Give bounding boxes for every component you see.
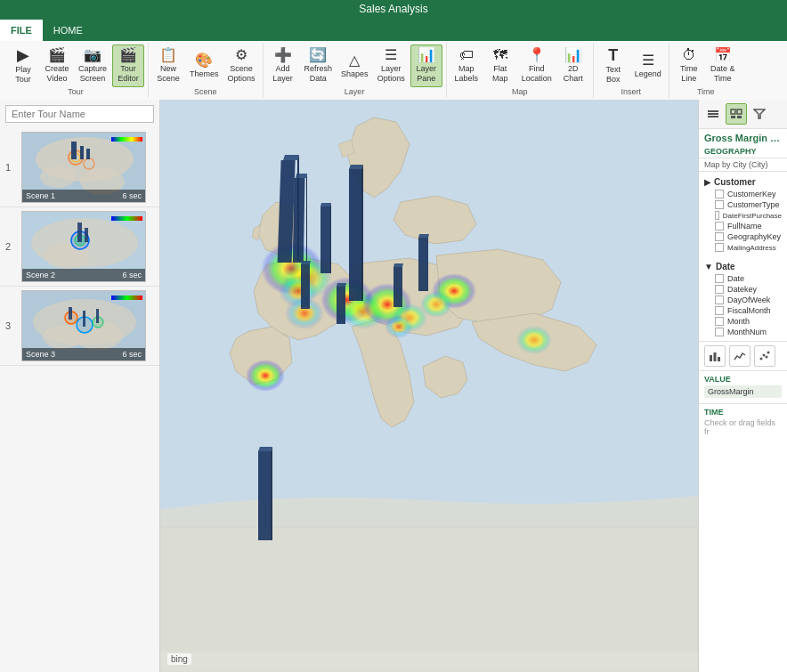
- checkbox-mailingaddress[interactable]: [715, 243, 724, 252]
- scene-thumbnail-1: Scene 1 6 sec: [21, 132, 146, 203]
- svg-rect-47: [293, 178, 305, 263]
- add-layer-button[interactable]: ➕ Add Layer: [267, 45, 299, 87]
- checkbox-geographykey[interactable]: [715, 232, 724, 241]
- svg-rect-29: [111, 296, 142, 300]
- checkbox-date[interactable]: [715, 274, 724, 283]
- value-label: VALUE: [704, 375, 782, 384]
- customer-section-header[interactable]: ▶ Customer: [704, 175, 782, 189]
- time-line-button[interactable]: ⏱ Time Line: [673, 45, 705, 87]
- create-video-button[interactable]: 🎬 Create Video: [41, 45, 73, 87]
- svg-point-39: [385, 315, 413, 338]
- field-mailingaddress[interactable]: MailingAddress: [704, 242, 782, 253]
- capture-screen-button[interactable]: 📷 Capture Screen: [75, 45, 110, 87]
- ribbon-group-time: ⏱ Time Line 📅 Date & Time Time: [669, 43, 742, 98]
- svg-marker-49: [306, 174, 307, 263]
- shapes-button[interactable]: △ Shapes: [337, 45, 372, 87]
- themes-button[interactable]: 🎨 Themes: [186, 45, 223, 87]
- scene-number-3: 3: [5, 320, 18, 331]
- checkbox-datekey[interactable]: [715, 285, 724, 294]
- checkbox-customerkey[interactable]: [715, 190, 724, 198]
- scene-item-2[interactable]: 2: [0, 207, 159, 287]
- field-month[interactable]: Month: [704, 316, 782, 327]
- field-datekey[interactable]: Datekey: [704, 284, 782, 295]
- date-time-button[interactable]: 📅 Date & Time: [707, 45, 739, 87]
- left-panel: 1: [0, 100, 160, 672]
- bar-chart-icon-btn[interactable]: [704, 345, 726, 367]
- field-geographykey[interactable]: GeographyKey: [704, 231, 782, 242]
- shapes-icon: △: [349, 53, 360, 68]
- label-customertype: CustomerType: [727, 200, 780, 209]
- scene-label-2: Scene 2 6 sec: [22, 269, 145, 281]
- legend-icon: ☰: [642, 53, 654, 68]
- refresh-data-button[interactable]: 🔄 Refresh Data: [301, 45, 337, 87]
- tour-editor-button[interactable]: 🎬 Tour Editor: [112, 45, 144, 87]
- svg-rect-10: [111, 137, 142, 142]
- tab-file[interactable]: FILE: [0, 20, 43, 41]
- line-chart-icon-btn[interactable]: [729, 345, 750, 367]
- legend-button[interactable]: ☰ Legend: [631, 45, 665, 87]
- layers-icon-btn[interactable]: [702, 103, 724, 125]
- text-box-button[interactable]: T Text Box: [597, 45, 629, 87]
- svg-marker-63: [394, 263, 403, 267]
- label-fiscalmonth: FiscalMonth: [727, 306, 771, 315]
- field-customerkey[interactable]: CustomerKey: [704, 189, 782, 199]
- date-section-header[interactable]: ▼ Date: [704, 260, 782, 273]
- map-group-items: 🏷 Map Labels 🗺 Flat Map 📍 Find Location …: [450, 45, 589, 87]
- checkbox-fullname[interactable]: [715, 222, 724, 231]
- ribbon-tabs: FILE HOME: [0, 20, 787, 41]
- checkbox-monthnum[interactable]: [715, 328, 724, 336]
- value-item-grossmargin[interactable]: GrossMargin: [704, 385, 782, 398]
- ribbon: FILE HOME ▶ Play Tour 🎬 Create Video 📷 C…: [0, 20, 787, 100]
- label-datekey: Datekey: [727, 285, 757, 294]
- field-date[interactable]: Date: [704, 273, 782, 284]
- svg-point-79: [763, 354, 766, 357]
- find-location-button[interactable]: 📍 Find Location: [518, 45, 556, 87]
- geography-value: Map by City (City): [699, 158, 787, 172]
- play-tour-button[interactable]: ▶ Play Tour: [7, 45, 39, 87]
- checkbox-dayofweek[interactable]: [715, 296, 724, 304]
- svg-rect-9: [86, 149, 90, 159]
- scene-item-1[interactable]: 1: [0, 128, 159, 207]
- filter-icon: [753, 108, 766, 120]
- tab-home[interactable]: HOME: [43, 20, 93, 41]
- filter-icon-btn[interactable]: [749, 103, 770, 125]
- scene-item-3[interactable]: 3: [0, 287, 159, 366]
- flat-map-button[interactable]: 🗺 Flat Map: [484, 45, 516, 87]
- map-canvas: [160, 100, 698, 672]
- field-customertype[interactable]: CustomerType: [704, 199, 782, 210]
- field-dayofweek[interactable]: DayOfWeek: [704, 295, 782, 305]
- field-datefirstpurchase[interactable]: DateFirstPurchase: [704, 210, 782, 221]
- bing-logo: bing: [167, 653, 191, 665]
- svg-rect-64: [258, 451, 271, 540]
- text-box-icon: T: [608, 47, 618, 63]
- checkbox-month[interactable]: [715, 317, 724, 326]
- field-fiscalmonth[interactable]: FiscalMonth: [704, 305, 782, 316]
- new-scene-button[interactable]: 📋 New Scene: [152, 45, 184, 87]
- field-monthnum[interactable]: MonthNum: [704, 327, 782, 337]
- right-panel: Gross Margin by C GEOGRAPHY Map by City …: [698, 100, 787, 672]
- checkbox-customertype[interactable]: [715, 200, 724, 209]
- checkbox-fiscalmonth[interactable]: [715, 306, 724, 315]
- layer-options-button[interactable]: ☰ Layer Options: [374, 45, 409, 87]
- customer-section: ▶ Customer CustomerKey CustomerType Date…: [699, 172, 787, 256]
- tour-name-input[interactable]: [5, 105, 154, 123]
- map-labels-button[interactable]: 🏷 Map Labels: [450, 45, 483, 87]
- svg-marker-54: [349, 165, 363, 169]
- 2d-chart-button[interactable]: 📊 2D Chart: [557, 45, 589, 87]
- svg-marker-52: [330, 203, 331, 273]
- scatter-icon: [759, 350, 771, 362]
- add-layer-icon: ➕: [274, 48, 292, 62]
- label-monthnum: MonthNum: [727, 328, 767, 336]
- svg-marker-45: [283, 155, 299, 160]
- field-fullname[interactable]: FullName: [704, 221, 782, 231]
- fields-icon-btn[interactable]: [726, 103, 747, 125]
- scatter-chart-icon-btn[interactable]: [754, 345, 775, 367]
- label-date: Date: [727, 274, 744, 283]
- checkbox-datefirstpurchase[interactable]: [715, 211, 719, 220]
- scene-label-3: Scene 3 6 sec: [22, 348, 145, 360]
- scene-options-button[interactable]: ⚙ Scene Options: [224, 45, 259, 87]
- layer-pane-button[interactable]: 📊 Layer Pane: [410, 45, 442, 87]
- svg-point-81: [767, 352, 770, 354]
- date-section-name: Date: [716, 262, 735, 271]
- map-area[interactable]: bing: [160, 100, 698, 672]
